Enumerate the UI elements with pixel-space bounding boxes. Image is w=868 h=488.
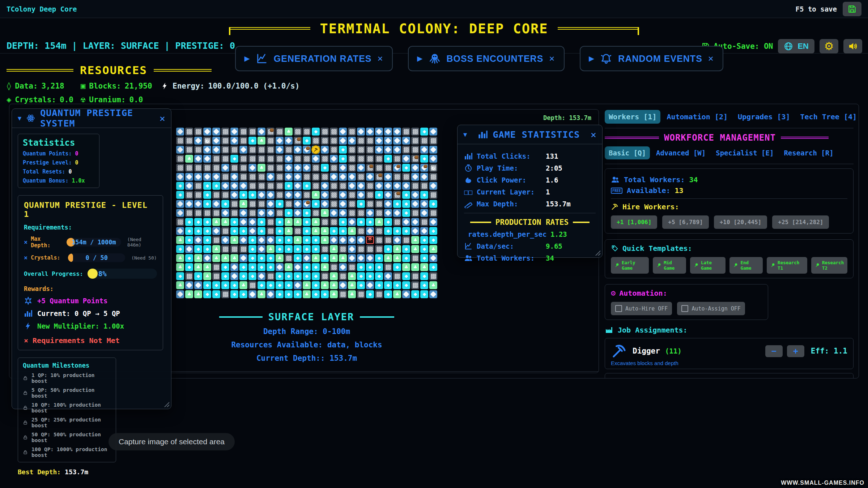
mine-tile[interactable] [230, 263, 238, 271]
mine-tile[interactable] [230, 155, 238, 163]
mine-tile[interactable] [393, 200, 401, 208]
mine-tile[interactable]: ♣ [348, 281, 356, 289]
sound-button[interactable] [843, 39, 862, 53]
mine-tile[interactable] [258, 182, 265, 190]
mine-tile[interactable] [258, 236, 265, 244]
mine-tile[interactable] [366, 155, 374, 163]
mine-tile[interactable]: ♣ [339, 254, 347, 262]
mine-tile[interactable] [375, 263, 383, 271]
mine-tile[interactable] [176, 164, 184, 172]
mine-tile[interactable] [176, 200, 184, 208]
mine-tile[interactable] [330, 128, 338, 136]
mine-tile[interactable] [330, 155, 338, 163]
mine-tile[interactable] [276, 146, 284, 154]
mine-tile[interactable] [194, 218, 202, 226]
mine-tile[interactable] [303, 227, 311, 235]
mine-tile[interactable] [384, 191, 392, 199]
mine-tile[interactable] [411, 209, 419, 217]
mine-tile[interactable] [194, 281, 202, 289]
mine-tile[interactable] [212, 173, 220, 181]
mine-tile[interactable] [429, 146, 437, 154]
mine-tile[interactable] [411, 281, 419, 289]
mine-tile[interactable] [321, 200, 329, 208]
mine-tile[interactable] [339, 200, 347, 208]
mine-tile[interactable] [212, 209, 220, 217]
mine-tile[interactable] [429, 173, 437, 181]
mine-tile[interactable] [330, 137, 338, 145]
mine-tile[interactable]: ♣ [384, 254, 392, 262]
mine-tile[interactable] [239, 173, 247, 181]
mine-tile[interactable] [276, 173, 284, 181]
mine-tile[interactable] [357, 200, 365, 208]
mine-tile[interactable] [375, 137, 383, 145]
mine-tile[interactable]: ♣ [176, 281, 184, 289]
mine-tile[interactable] [339, 218, 347, 226]
mine-tile[interactable]: ♣ [230, 254, 238, 262]
digger-minus-button[interactable]: − [765, 345, 783, 357]
mine-tile[interactable] [321, 245, 329, 253]
mine-tile[interactable] [276, 227, 284, 235]
mine-tile[interactable] [420, 137, 428, 145]
mine-tile[interactable] [402, 272, 410, 280]
mine-tile[interactable] [267, 272, 275, 280]
mine-tile[interactable]: ♣ [411, 263, 419, 271]
mine-tile[interactable] [267, 146, 275, 154]
mine-tile[interactable] [294, 191, 302, 199]
mine-tile[interactable] [312, 155, 320, 163]
mine-tile[interactable] [420, 191, 428, 199]
mine-tile[interactable] [185, 227, 193, 235]
mine-tile[interactable] [258, 245, 265, 253]
mine-tile[interactable] [366, 263, 374, 271]
mine-tile[interactable]: ♣ [294, 218, 302, 226]
mine-tile[interactable] [248, 227, 256, 235]
auto-hire-toggle[interactable]: Auto-Hire OFF [611, 302, 672, 315]
mine-tile[interactable] [258, 263, 265, 271]
mine-tile[interactable] [411, 191, 419, 199]
mine-tile[interactable] [239, 245, 247, 253]
collapse-caret-icon[interactable]: ▼ [463, 131, 467, 138]
mine-tile[interactable] [212, 200, 220, 208]
mine-tile[interactable] [312, 128, 320, 136]
mine-tile[interactable] [203, 128, 211, 136]
mine-tile[interactable] [402, 236, 410, 244]
mine-tile[interactable] [429, 155, 437, 163]
mine-tile[interactable] [321, 191, 329, 199]
mine-tile[interactable] [258, 155, 265, 163]
mine-tile[interactable] [375, 200, 383, 208]
mine-tile[interactable] [294, 155, 302, 163]
mine-tile[interactable] [420, 227, 428, 235]
mine-tile[interactable] [221, 164, 229, 172]
mine-tile[interactable] [312, 245, 320, 253]
mine-tile[interactable]: ♣ [239, 281, 247, 289]
mine-tile[interactable]: ♣ [185, 290, 193, 298]
mine-tile[interactable] [321, 146, 329, 154]
mine-tile[interactable] [375, 191, 383, 199]
template-late-game-button[interactable]: Late Game [690, 257, 726, 274]
mine-tile[interactable] [303, 263, 311, 271]
mine-tile[interactable] [248, 236, 256, 244]
mine-tile[interactable] [429, 236, 437, 244]
mine-tile[interactable] [384, 218, 392, 226]
mine-tile[interactable] [420, 254, 428, 262]
mine-tile[interactable] [402, 155, 410, 163]
mine-tile[interactable] [330, 146, 338, 154]
mine-tile[interactable] [221, 227, 229, 235]
close-icon[interactable]: × [549, 53, 555, 64]
mine-tile[interactable] [230, 164, 238, 172]
mine-tile[interactable]: ♣ [230, 236, 238, 244]
mine-tile[interactable] [285, 182, 293, 190]
mine-tile[interactable] [248, 155, 256, 163]
mine-tile[interactable]: ♣ [212, 245, 220, 253]
close-icon[interactable]: × [708, 53, 714, 64]
mine-tile[interactable] [348, 200, 356, 208]
mine-tile[interactable] [276, 155, 284, 163]
mine-tile[interactable] [330, 209, 338, 217]
mine-tile[interactable]: ♣ [321, 263, 329, 271]
mine-tile[interactable] [357, 191, 365, 199]
mine-tile[interactable] [348, 173, 356, 181]
mine-tile[interactable] [276, 191, 284, 199]
mine-tile[interactable]: ♣ [303, 290, 311, 298]
mine-tile[interactable] [176, 137, 184, 145]
mine-tile[interactable] [267, 281, 275, 289]
mine-tile[interactable] [348, 191, 356, 199]
